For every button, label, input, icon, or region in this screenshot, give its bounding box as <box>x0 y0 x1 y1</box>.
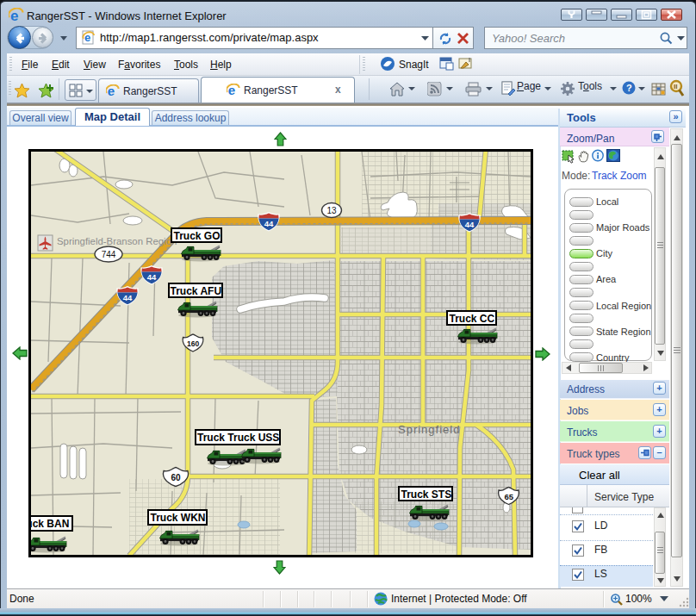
svg-text:?: ? <box>626 83 632 93</box>
svg-text:Truck GO: Truck GO <box>174 230 221 242</box>
svg-text:II: II <box>674 83 677 90</box>
svg-text:60: 60 <box>171 473 181 482</box>
svg-text:Springfield-Branson Region: Springfield-Branson Region <box>57 236 177 246</box>
svg-text:Truck CC: Truck CC <box>450 313 495 325</box>
svg-text:65: 65 <box>504 492 513 501</box>
svg-text:Truck WKN: Truck WKN <box>151 512 206 524</box>
svg-text:Truck BAN: Truck BAN <box>31 518 69 530</box>
svg-text:744: 744 <box>102 250 116 259</box>
svg-text:Truck Truck USS: Truck Truck USS <box>197 432 279 444</box>
svg-text:Truck AFU: Truck AFU <box>171 285 222 297</box>
svg-text:44: 44 <box>264 219 274 228</box>
svg-text:Springfield: Springfield <box>398 423 460 436</box>
svg-text:Truck STS: Truck STS <box>401 488 452 501</box>
svg-text:160: 160 <box>187 339 199 348</box>
svg-text:13: 13 <box>326 206 337 215</box>
